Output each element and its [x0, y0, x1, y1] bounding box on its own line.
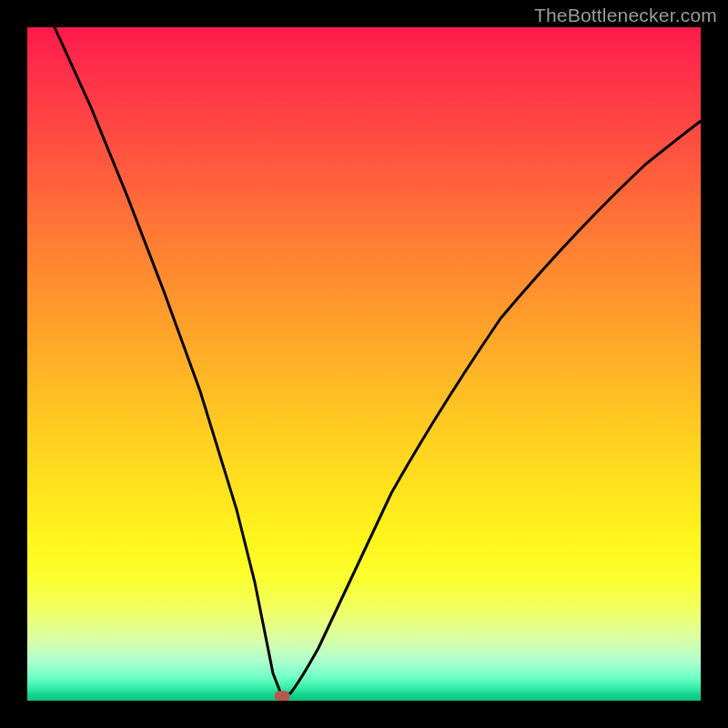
plot-area [27, 27, 701, 701]
watermark-text: TheBottlenecker.com [534, 5, 717, 26]
curve-svg [27, 27, 701, 701]
bottleneck-marker [275, 691, 290, 701]
chart-frame: TheBottlenecker.com [0, 0, 728, 728]
bottleneck-curve [55, 27, 701, 694]
